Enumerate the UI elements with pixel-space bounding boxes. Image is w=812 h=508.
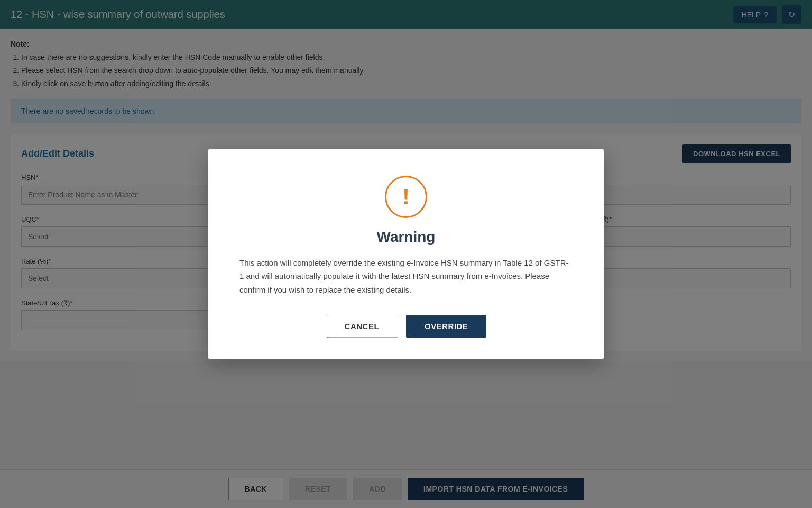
warning-exclamation-icon: ! <box>402 186 410 208</box>
modal-overlay: ! Warning This action will completely ov… <box>0 0 812 508</box>
modal-message: This action will completely override the… <box>239 256 573 297</box>
modal-actions: CANCEL OVERRIDE <box>239 315 573 338</box>
override-button[interactable]: OVERRIDE <box>406 315 486 338</box>
warning-icon-circle: ! <box>385 176 427 218</box>
modal-title: Warning <box>239 229 573 246</box>
cancel-button[interactable]: CANCEL <box>326 315 399 338</box>
warning-modal: ! Warning This action will completely ov… <box>208 149 604 359</box>
